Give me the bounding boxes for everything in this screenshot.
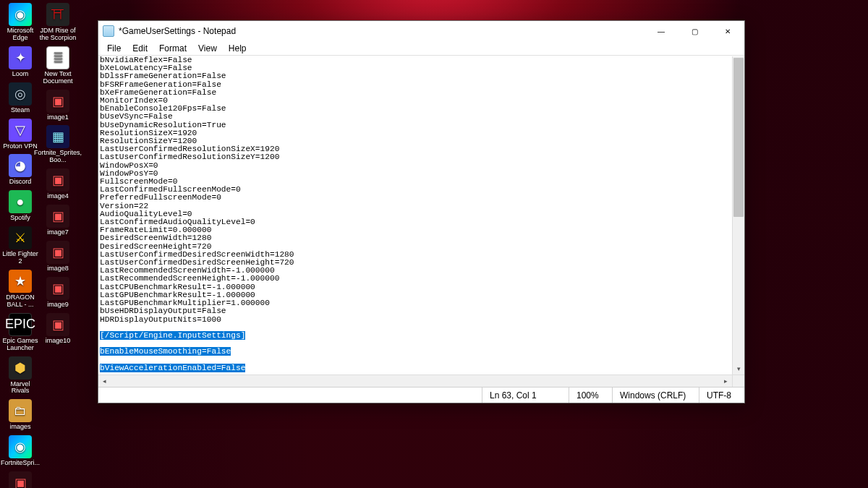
icon-label: FortniteSpri...	[1, 460, 40, 467]
icon-label: DRAGON BALL - ...	[1, 294, 39, 309]
icon-label: image10	[46, 338, 71, 345]
icon-label: image9	[47, 301, 69, 309]
desktop-icon-image4[interactable]: ▣image4	[39, 168, 77, 200]
image9-icon: ▣	[46, 277, 69, 300]
menu-view[interactable]: View	[192, 43, 223, 54]
desktop-icon-spotify[interactable]: ●Spotify	[1, 190, 39, 222]
scroll-left-icon[interactable]: ◂	[98, 375, 111, 387]
desktop-icon-steam[interactable]: ◎Steam	[1, 82, 39, 114]
icon-label: Spotify	[10, 215, 30, 222]
scroll-down-icon[interactable]: ▾	[733, 362, 744, 374]
jdm-rise-icon: ⛩	[46, 3, 69, 26]
notepad-window: *GameUserSettings - Notepad — ▢ ✕ FileEd…	[98, 20, 745, 403]
image1-icon: ▣	[46, 90, 69, 113]
vertical-scrollbar[interactable]: ▴ ▾	[732, 56, 744, 374]
images-folder-icon: 🗀	[9, 399, 32, 422]
maximize-button[interactable]: ▢	[678, 21, 711, 41]
window-controls: — ▢ ✕	[644, 21, 744, 41]
icon-label: Fortnite_Sprites, Boo...	[34, 150, 82, 164]
desktop-icon-epic-games[interactable]: EPICEpic Games Launcher	[1, 313, 39, 352]
status-zoom: 100%	[569, 388, 612, 403]
desktop-icon-fortnitespri[interactable]: ◉FortniteSpri...	[1, 435, 39, 467]
icon-label: New Text Document	[39, 71, 77, 85]
window-title: *GameUserSettings - Notepad	[119, 26, 644, 36]
dragon-ball-icon: ★	[9, 270, 32, 293]
desktop-icon-jdm-rise[interactable]: ⛩JDM Rise of the Scorpion	[39, 3, 77, 42]
icon-label: image8	[47, 265, 69, 273]
desktop-icon-dragon-ball[interactable]: ★DRAGON BALL - ...	[1, 270, 39, 309]
icon-label: JDM Rise of the Scorpion	[39, 27, 77, 42]
desktop-icon-new-text-doc[interactable]: ≣New Text Document	[39, 46, 77, 85]
desktop-icon-loom[interactable]: ✦Loom	[1, 46, 39, 78]
desktop-icon-image10[interactable]: ▣image10	[39, 313, 77, 345]
menu-format[interactable]: Format	[153, 43, 192, 54]
little-fighter-icon: ⚔	[9, 226, 32, 249]
menu-edit[interactable]: Edit	[127, 43, 153, 54]
menu-help[interactable]: Help	[223, 43, 252, 54]
scroll-thumb-h[interactable]	[111, 376, 720, 386]
close-button[interactable]: ✕	[711, 21, 744, 41]
fortnite-sprites-icon: ▦	[46, 125, 69, 148]
icon-label: image7	[47, 229, 69, 236]
status-encoding: UTF-8	[699, 388, 744, 403]
desktop-icon-image2[interactable]: ▣image2	[1, 471, 39, 488]
image8-icon: ▣	[46, 241, 69, 264]
icon-label: Loom	[12, 71, 29, 78]
scroll-thumb-v[interactable]	[733, 58, 744, 217]
icon-label: image4	[47, 193, 69, 200]
image2-icon: ▣	[9, 471, 32, 488]
epic-games-icon: EPIC	[9, 313, 32, 336]
image4-icon: ▣	[46, 168, 69, 192]
status-cursor-position: Ln 63, Col 1	[482, 388, 569, 403]
desktop-icon-images-folder[interactable]: 🗀images	[1, 399, 39, 431]
scroll-right-icon[interactable]: ▸	[720, 375, 732, 387]
scroll-corner	[732, 374, 744, 387]
fortnitespri-icon: ◉	[9, 435, 32, 458]
menu-bar: FileEditFormatViewHelp	[98, 41, 744, 56]
minimize-button[interactable]: —	[644, 21, 678, 41]
desktop-icon-fortnite-sprites[interactable]: ▦Fortnite_Sprites, Boo...	[39, 125, 77, 164]
horizontal-scrollbar[interactable]: ◂ ▸	[98, 374, 732, 387]
icon-label: Discord	[9, 179, 32, 186]
title-bar[interactable]: *GameUserSettings - Notepad — ▢ ✕	[98, 21, 744, 41]
icon-label: Steam	[11, 107, 30, 114]
desktop-icon-image1[interactable]: ▣image1	[39, 90, 77, 121]
notepad-icon	[103, 25, 114, 37]
icon-label: Proton VPN	[3, 143, 38, 150]
status-bar: Ln 63, Col 1 100% Windows (CRLF) UTF-8	[98, 387, 744, 403]
spotify-icon: ●	[9, 190, 32, 213]
icon-label: Little Fighter 2	[1, 251, 39, 265]
image7-icon: ▣	[46, 205, 69, 228]
loom-icon: ✦	[9, 46, 32, 69]
steam-icon: ◎	[9, 82, 32, 106]
marvel-rivals-icon: ⬢	[9, 356, 32, 380]
text-editor[interactable]: bNvidiaReflex=False bXeLowLatency=False …	[98, 56, 732, 374]
microsoft-edge-icon: ◉	[9, 3, 32, 26]
desktop-icon-proton-vpn[interactable]: ▽Proton VPN	[1, 119, 39, 150]
editor-wrap: bNvidiaReflex=False bXeLowLatency=False …	[98, 56, 744, 387]
new-text-doc-icon: ≣	[46, 46, 69, 69]
desktop-icon-marvel-rivals[interactable]: ⬢Marvel Rivals	[1, 356, 39, 395]
status-line-ending: Windows (CRLF)	[612, 388, 699, 403]
icon-label: images	[9, 424, 30, 431]
icon-label: Marvel Rivals	[1, 381, 39, 395]
icon-label: Epic Games Launcher	[1, 338, 39, 352]
desktop-icon-image9[interactable]: ▣image9	[39, 277, 77, 309]
icon-label: Microsoft Edge	[1, 27, 39, 42]
desktop-icon-image8[interactable]: ▣image8	[39, 241, 77, 273]
desktop-icon-image7[interactable]: ▣image7	[39, 205, 77, 236]
proton-vpn-icon: ▽	[9, 119, 32, 142]
discord-icon: ◕	[9, 154, 32, 177]
desktop-icon-little-fighter[interactable]: ⚔Little Fighter 2	[1, 226, 39, 265]
menu-file[interactable]: File	[101, 43, 127, 54]
desktop-icons: ◉Microsoft Edge✦Loom◎Steam▽Proton VPN◕Di…	[0, 0, 78, 488]
image10-icon: ▣	[46, 313, 69, 336]
desktop-icon-microsoft-edge[interactable]: ◉Microsoft Edge	[1, 3, 39, 42]
icon-label: image1	[47, 114, 69, 121]
